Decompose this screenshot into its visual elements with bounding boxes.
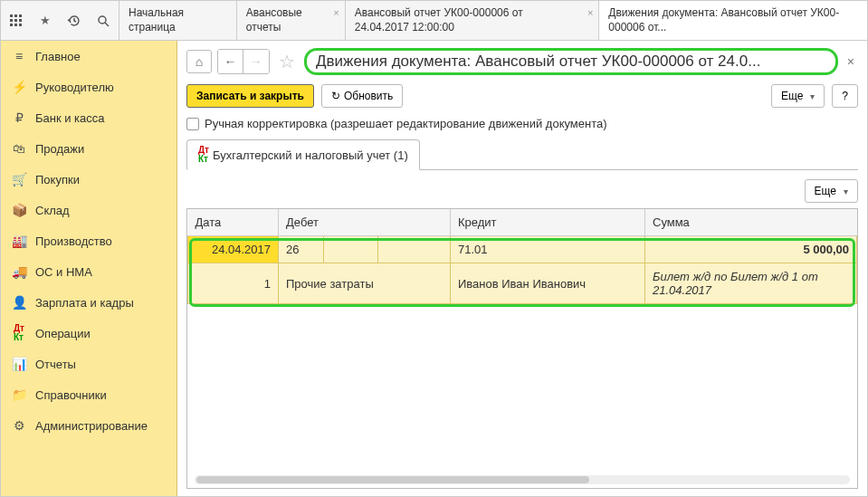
topbar-icons: ★ xyxy=(1,1,119,40)
content: ⌂ ← → ☆ Движения документа: Авансовый от… xyxy=(177,41,867,496)
svg-rect-4 xyxy=(14,19,17,22)
sidebar-item-purchases[interactable]: 🛒Покупки xyxy=(1,164,176,195)
toolbar: Записать и закрыть ↻Обновить Еще ? xyxy=(186,84,858,108)
col-date[interactable]: Дата xyxy=(188,209,279,236)
manual-correction-checkbox[interactable] xyxy=(186,118,199,130)
svg-rect-5 xyxy=(19,19,22,22)
dtkt-icon: ДтКт xyxy=(198,146,209,164)
truck-icon: 🚚 xyxy=(12,264,26,279)
help-button[interactable]: ? xyxy=(832,84,858,108)
tab-movements[interactable]: Движения документа: Авансовый отчет УК00… xyxy=(598,1,867,40)
sidebar-item-label: Руководителю xyxy=(35,81,114,94)
svg-rect-2 xyxy=(19,14,22,17)
sidebar-item-label: Администрирование xyxy=(35,419,148,433)
cell-debit-sub1 xyxy=(324,236,378,263)
manual-correction-label: Ручная корректировка (разрешает редактир… xyxy=(205,117,607,130)
close-icon[interactable]: × xyxy=(587,6,593,19)
chart-icon: ⚡ xyxy=(12,80,26,94)
cell-desc: Билет ж/д по Билет ж/д 1 от 21.04.2017 xyxy=(645,263,857,304)
sidebar-item-operations[interactable]: ДтКтОперации xyxy=(1,318,176,349)
apps-icon[interactable] xyxy=(8,13,24,29)
tabs: Начальная страница Авансовые отчеты× Ава… xyxy=(119,1,867,40)
scrollbar-horizontal[interactable] xyxy=(195,475,850,484)
favorite-icon[interactable]: ☆ xyxy=(279,51,295,72)
topbar: ★ Начальная страница Авансовые отчеты× А… xyxy=(1,1,867,41)
sidebar-item-label: Покупки xyxy=(35,173,80,186)
sidebar: ≡Главное ⚡Руководителю ₽Банк и касса 🛍Пр… xyxy=(1,41,177,496)
dtkt-icon: ДтКт xyxy=(12,326,26,340)
sidebar-item-manager[interactable]: ⚡Руководителю xyxy=(1,72,176,102)
nav-group: ← → xyxy=(217,49,270,74)
tab-advance-report[interactable]: Авансовый отчет УК00-000006 от 24.04.201… xyxy=(345,1,599,40)
sidebar-item-label: Склад xyxy=(35,204,70,217)
svg-rect-3 xyxy=(10,19,13,22)
person-icon: 👤 xyxy=(12,295,26,310)
sidebar-item-label: Продажи xyxy=(35,142,84,156)
cell-debit-desc: Прочие затраты xyxy=(279,263,451,304)
col-credit[interactable]: Кредит xyxy=(451,209,645,236)
bars-icon: 📊 xyxy=(12,357,26,371)
cell-date: 24.04.2017 xyxy=(188,236,279,263)
sidebar-item-main[interactable]: ≡Главное xyxy=(1,41,176,72)
sidebar-item-references[interactable]: 📁Справочники xyxy=(1,379,176,410)
back-button[interactable]: ← xyxy=(218,50,243,73)
sidebar-item-sales[interactable]: 🛍Продажи xyxy=(1,133,176,164)
svg-point-9 xyxy=(99,16,106,24)
col-sum[interactable]: Сумма xyxy=(645,209,857,236)
manual-correction-row: Ручная корректировка (разрешает редактир… xyxy=(186,117,858,130)
refresh-icon: ↻ xyxy=(331,90,340,102)
save-close-button[interactable]: Записать и закрыть xyxy=(186,84,314,108)
menu-icon: ≡ xyxy=(12,49,26,63)
sidebar-item-label: Операции xyxy=(35,327,91,340)
grid-more-button[interactable]: Еще xyxy=(805,179,858,203)
sidebar-item-label: Производство xyxy=(35,234,112,248)
folder-icon: 📁 xyxy=(12,387,26,402)
page-title: Движения документа: Авансовый отчет УК00… xyxy=(304,48,838,75)
box-icon: 📦 xyxy=(12,203,26,217)
grid-wrap: Дата Дебет Кредит Сумма 24.04.2017 26 71… xyxy=(186,208,858,489)
sidebar-item-bank[interactable]: ₽Банк и касса xyxy=(1,102,176,133)
svg-rect-6 xyxy=(10,24,13,26)
cell-credit: 71.01 xyxy=(451,236,645,263)
more-button[interactable]: Еще xyxy=(771,84,825,108)
table-row[interactable]: 1 Прочие затраты Иванов Иван Иванович Би… xyxy=(188,263,857,304)
tab-control: ДтКт Бухгалтерский и налоговый учет (1) xyxy=(186,139,858,170)
sidebar-item-label: Главное xyxy=(35,50,81,63)
sidebar-item-label: ОС и НМА xyxy=(35,265,92,279)
close-icon[interactable]: × xyxy=(844,54,858,69)
sidebar-item-admin[interactable]: ⚙Администрирование xyxy=(1,410,176,441)
cell-sum: 5 000,00 xyxy=(645,236,857,263)
close-icon[interactable]: × xyxy=(333,6,339,19)
sidebar-item-label: Справочники xyxy=(35,388,107,402)
inner-toolbar: Еще xyxy=(186,179,858,203)
sidebar-item-assets[interactable]: 🚚ОС и НМА xyxy=(1,256,176,287)
forward-button[interactable]: → xyxy=(243,50,269,73)
table-row[interactable]: 24.04.2017 26 71.01 5 000,00 xyxy=(188,236,857,263)
star-icon[interactable]: ★ xyxy=(37,13,53,29)
sidebar-item-payroll[interactable]: 👤Зарплата и кадры xyxy=(1,287,176,318)
tab-accounting[interactable]: ДтКт Бухгалтерский и налоговый учет (1) xyxy=(186,139,420,170)
scrollbar-thumb[interactable] xyxy=(196,476,589,483)
sidebar-item-label: Зарплата и кадры xyxy=(35,296,134,310)
sidebar-item-warehouse[interactable]: 📦Склад xyxy=(1,195,176,225)
sidebar-item-reports[interactable]: 📊Отчеты xyxy=(1,349,176,379)
factory-icon: 🏭 xyxy=(12,234,26,248)
sidebar-item-production[interactable]: 🏭Производство xyxy=(1,225,176,256)
svg-rect-8 xyxy=(19,24,22,26)
bag-icon: 🛍 xyxy=(12,141,26,156)
svg-rect-0 xyxy=(10,14,13,17)
tab-advance-reports[interactable]: Авансовые отчеты× xyxy=(236,1,345,40)
tab-start-page[interactable]: Начальная страница xyxy=(119,1,236,40)
content-header: ⌂ ← → ☆ Движения документа: Авансовый от… xyxy=(186,48,858,75)
cell-debit: 26 xyxy=(279,236,324,263)
cell-num: 1 xyxy=(188,263,279,304)
svg-rect-7 xyxy=(14,24,17,26)
refresh-button[interactable]: ↻Обновить xyxy=(321,84,403,108)
cell-credit-desc: Иванов Иван Иванович xyxy=(451,263,645,304)
sidebar-item-label: Отчеты xyxy=(35,358,76,371)
home-button[interactable]: ⌂ xyxy=(186,50,212,73)
history-icon[interactable] xyxy=(66,13,82,29)
svg-rect-1 xyxy=(14,14,17,17)
search-icon[interactable] xyxy=(95,13,111,29)
col-debit[interactable]: Дебет xyxy=(279,209,451,236)
